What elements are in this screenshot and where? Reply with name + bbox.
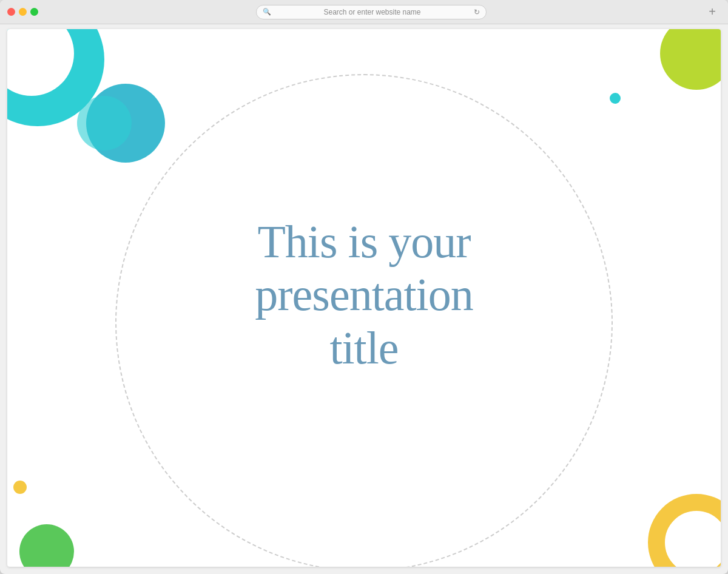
- lime-circle-top-right: [660, 29, 721, 90]
- address-input[interactable]: 🔍 Search or enter website name ↻: [256, 5, 487, 19]
- teal-overlap-circle: [77, 96, 132, 150]
- presentation-title: This is your presentation title: [158, 215, 570, 374]
- close-button[interactable]: [7, 8, 15, 16]
- slide-container: This is your presentation title: [7, 29, 721, 567]
- yellow-tiny-circle-bottom-left: [13, 481, 27, 494]
- title-line-1: This is your: [257, 216, 470, 267]
- search-icon: 🔍: [263, 8, 271, 16]
- maximize-button[interactable]: [30, 8, 38, 16]
- title-line-2: presentation: [255, 269, 473, 320]
- yellow-ring-bottom-right: [648, 494, 721, 567]
- cyan-small-circle-top-right: [610, 93, 621, 104]
- address-text: Search or enter website name: [275, 8, 470, 16]
- new-tab-button[interactable]: +: [704, 4, 721, 21]
- green-circle-bottom-left: [19, 524, 74, 567]
- reload-icon[interactable]: ↻: [474, 8, 480, 16]
- traffic-lights: [7, 8, 38, 16]
- browser-window: 🔍 Search or enter website name ↻ + This …: [0, 0, 728, 574]
- title-line-3: title: [329, 322, 398, 373]
- slide-title-block: This is your presentation title: [158, 215, 570, 374]
- minimize-button[interactable]: [19, 8, 27, 16]
- address-bar: 🔍 Search or enter website name ↻: [43, 5, 699, 19]
- browser-titlebar: 🔍 Search or enter website name ↻ +: [0, 0, 728, 24]
